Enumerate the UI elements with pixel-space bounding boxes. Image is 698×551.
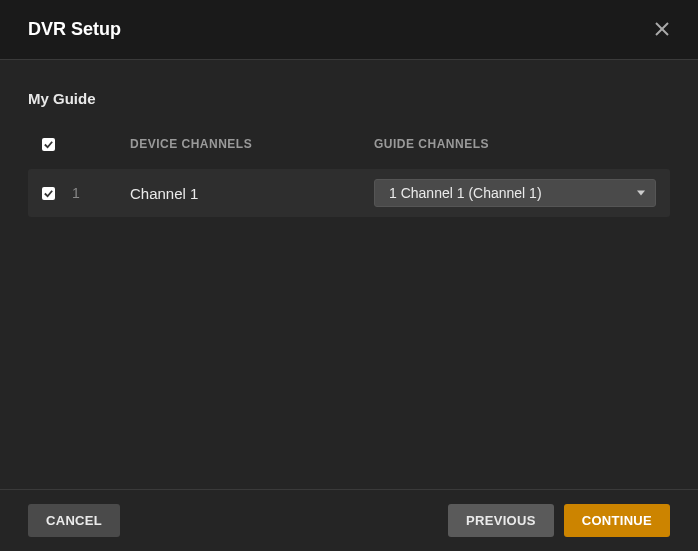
device-channels-header: DEVICE CHANNELS (130, 137, 362, 151)
close-icon (654, 19, 670, 41)
device-channel-name: Channel 1 (130, 185, 362, 202)
dialog-footer: CANCEL PREVIOUS CONTINUE (0, 489, 698, 551)
close-button[interactable] (654, 20, 670, 40)
table-header-row: DEVICE CHANNELS GUIDE CHANNELS (28, 137, 670, 169)
continue-button[interactable]: CONTINUE (564, 504, 670, 537)
dialog-title: DVR Setup (28, 19, 121, 40)
channel-number: 1 (72, 185, 130, 201)
guide-channel-select[interactable]: 1 Channel 1 (Channel 1) (374, 179, 656, 207)
dialog-header: DVR Setup (0, 0, 698, 60)
guide-channels-header: GUIDE CHANNELS (362, 137, 656, 151)
table-row: 1 Channel 1 1 Channel 1 (Channel 1) (28, 169, 670, 217)
previous-button[interactable]: PREVIOUS (448, 504, 554, 537)
caret-down-icon (637, 191, 645, 196)
section-title: My Guide (28, 90, 670, 107)
channel-table: DEVICE CHANNELS GUIDE CHANNELS 1 Channel… (28, 137, 670, 217)
dialog-body: My Guide DEVICE CHANNELS GUIDE CHANNELS … (0, 60, 698, 489)
cancel-button[interactable]: CANCEL (28, 504, 120, 537)
row-checkbox[interactable] (42, 187, 55, 200)
guide-channel-selected-label: 1 Channel 1 (Channel 1) (389, 185, 542, 201)
select-all-checkbox[interactable] (42, 138, 55, 151)
